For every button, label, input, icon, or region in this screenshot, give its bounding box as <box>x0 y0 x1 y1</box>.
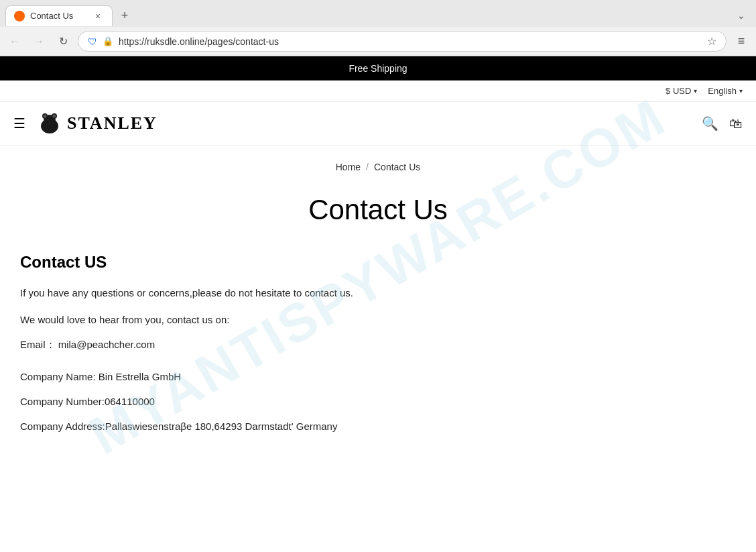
header-icons: 🔍 🛍 <box>702 115 743 131</box>
breadcrumb-separator: / <box>366 162 369 172</box>
tab-overflow-button[interactable]: ⌄ <box>732 7 751 23</box>
language-chevron-icon: ▾ <box>739 87 743 95</box>
language-selector[interactable]: English ▾ <box>708 86 743 96</box>
contact-paragraph-1: If you have any questions or concerns,pl… <box>20 285 583 301</box>
new-tab-button[interactable]: + <box>115 6 134 25</box>
cart-icon[interactable]: 🛍 <box>729 116 743 131</box>
page-title-section: Contact Us <box>0 180 756 253</box>
refresh-button[interactable]: ↻ <box>54 32 72 51</box>
company-name: Company Name: Bin Estrella GmbH <box>20 368 583 386</box>
content-area: Contact US If you have any questions or … <box>0 253 603 482</box>
active-tab[interactable]: Contact Us × <box>5 5 113 26</box>
tab-title: Contact Us <box>30 11 86 21</box>
back-button[interactable]: ← <box>5 32 24 51</box>
svg-point-5 <box>53 115 56 118</box>
tab-close-button[interactable]: × <box>92 10 104 22</box>
email-value[interactable]: mila@peachcher.com <box>58 339 155 350</box>
website: Free Shipping $ USD ▾ English ▾ ☰ <box>0 56 756 482</box>
browser-chrome: Contact Us × + ⌄ ← → ↻ 🛡 🔒 https://ruksd… <box>0 0 756 56</box>
language-label: English <box>708 86 737 96</box>
url-text: https://ruksdle.online/pages/contact-us <box>119 36 702 47</box>
banner-text: Free Shipping <box>349 63 407 74</box>
hamburger-menu-icon[interactable]: ☰ <box>13 115 25 131</box>
logo: STANLEY <box>36 110 702 137</box>
currency-selector[interactable]: $ USD ▾ <box>666 86 697 96</box>
contact-paragraph-2: We would love to hear from you, contact … <box>20 312 583 328</box>
bear-logo-icon <box>36 110 63 137</box>
currency-label: $ USD <box>666 86 691 96</box>
company-number: Company Number:064110000 <box>20 392 583 410</box>
contact-us-heading: Contact US <box>20 253 583 272</box>
email-label: Email： <box>20 339 56 350</box>
free-shipping-banner: Free Shipping <box>0 56 756 80</box>
forward-button[interactable]: → <box>29 32 48 51</box>
logo-text: STANLEY <box>67 113 158 133</box>
logo-area[interactable]: STANLEY <box>36 110 702 137</box>
bookmark-star-icon[interactable]: ☆ <box>707 35 716 48</box>
page-title: Contact Us <box>13 194 743 226</box>
browser-menu-button[interactable]: ≡ <box>732 32 751 51</box>
site-header-main: ☰ STANLEY 🔍 🛍 <box>0 102 756 146</box>
url-bar[interactable]: 🛡 🔒 https://ruksdle.online/pages/contact… <box>78 31 727 52</box>
breadcrumb: Home / Contact Us <box>0 146 756 180</box>
site-header-top: $ USD ▾ English ▾ <box>0 80 756 102</box>
company-address: Company Address:Pallaswiesenstraβe 180,6… <box>20 417 583 435</box>
tab-bar: Contact Us × + ⌄ <box>0 0 756 27</box>
svg-point-4 <box>44 115 47 118</box>
breadcrumb-current: Contact Us <box>374 162 420 172</box>
currency-chevron-icon: ▾ <box>694 87 697 95</box>
breadcrumb-home-link[interactable]: Home <box>336 162 361 172</box>
tab-favicon <box>14 11 25 21</box>
security-shield-icon: 🛡 <box>88 36 97 47</box>
address-bar: ← → ↻ 🛡 🔒 https://ruksdle.online/pages/c… <box>0 27 756 56</box>
email-line: Email： mila@peachcher.com <box>20 339 583 351</box>
lock-icon: 🔒 <box>103 36 113 46</box>
search-icon[interactable]: 🔍 <box>702 115 718 131</box>
